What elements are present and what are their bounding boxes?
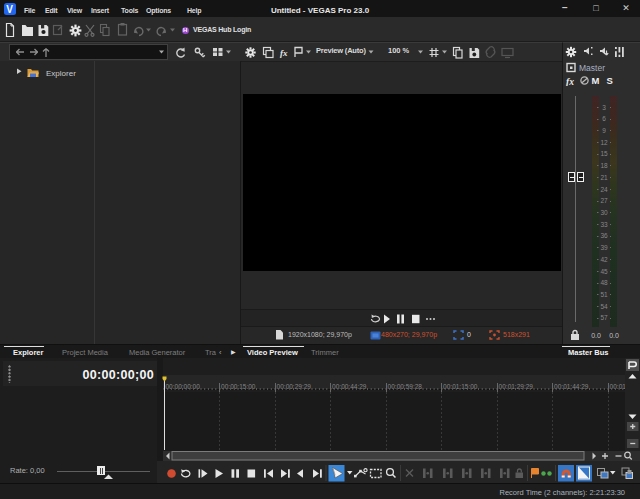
svg-text:fx: fx xyxy=(566,77,574,87)
svg-text:Master: Master xyxy=(579,63,605,73)
svg-text:S: S xyxy=(607,75,613,86)
svg-text:M: M xyxy=(592,75,600,86)
svg-text:fx: fx xyxy=(280,47,288,57)
